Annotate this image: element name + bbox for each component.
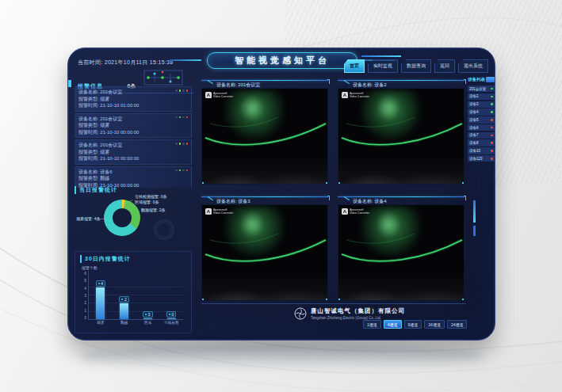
corner-marker-decoration [338, 182, 340, 185]
device-list-item[interactable]: 设备10 [468, 147, 495, 154]
channel-button[interactable]: 16通道 [424, 320, 445, 329]
page-title: 智能视觉感知平台 [207, 52, 357, 69]
device-status-dot [491, 103, 493, 105]
alarm-status-dots [175, 143, 188, 145]
video-bottom-shade [202, 205, 327, 300]
device-name: 设备5 [469, 118, 479, 122]
video-feed[interactable]: A Apowersoft Video Converter [338, 88, 465, 185]
video-header: 设备名称: 设备3 [201, 193, 330, 204]
header-line-left-decoration [170, 59, 201, 61]
x-tick-label: 翻越 [120, 321, 128, 325]
channel-button[interactable]: 24通道 [447, 320, 468, 329]
alarm-time: 报警时间: 21-10-10 01:00:00 [78, 102, 188, 109]
video-feed[interactable]: A Apowersoft Video Converter [338, 204, 465, 301]
channel-button[interactable]: 9通道 [404, 320, 422, 329]
bar [120, 303, 128, 319]
nav-button[interactable]: 实时监视 [368, 59, 398, 73]
device-name: 设备2 [469, 94, 479, 98]
video-watermark: A Apowersoft Video Converter [205, 92, 233, 98]
alarm-device-name: 设备名称: 201会议室 [78, 116, 188, 123]
circuit-decoration [143, 70, 183, 86]
bar-value-tag: 4 [96, 280, 105, 287]
alarm-type: 报警类型: 烟雾 [78, 96, 188, 103]
watermark-line2: Video Converter [213, 95, 233, 98]
device-list-item[interactable]: 设备2 [468, 93, 495, 100]
device-list-toggle-tab[interactable] [486, 77, 495, 82]
corner-marker-decoration [326, 299, 328, 301]
nav-buttons: 首页 实时监视 数据查询 返回 退出系统 [344, 59, 488, 73]
channel-button[interactable]: 1通道 [363, 320, 381, 329]
device-name: 设备4 [469, 110, 479, 114]
channel-buttons: 1通道 4通道 9通道 16通道 24通道 [363, 320, 467, 329]
video-header-endcap-decoration [327, 196, 330, 200]
video-channel-panel[interactable]: 设备名称: 设备2 A [338, 77, 466, 187]
video-header-endcap-decoration [464, 196, 466, 200]
corner-marker-decoration [326, 182, 328, 185]
device-list-item[interactable]: 设备3 [468, 101, 495, 108]
device-list-header: 设备列表 [468, 77, 495, 82]
device-list-item[interactable]: 设备123 [468, 155, 495, 162]
video-header: 设备名称: 设备4 [338, 193, 466, 204]
video-watermark: A Apowersoft Video Converter [205, 208, 233, 215]
alarm-list-item[interactable]: 设备名称: 201会议室 报警类型: 烟雾 报警时间: 21-10-10 00:… [75, 139, 192, 165]
device-list-item[interactable]: 设备5 [468, 116, 495, 123]
device-list-item[interactable]: 设备7 [468, 132, 495, 139]
nav-button[interactable]: 首页 [344, 59, 365, 73]
panel-reflection-decoration [79, 343, 484, 370]
alarm-list: 设备名称: 201会议室 报警类型: 烟雾 报警时间: 21-10-10 01:… [75, 86, 192, 188]
video-channel-panel[interactable]: 设备名称: 设备3 A [201, 193, 330, 303]
alarm-status-dots [175, 169, 188, 172]
video-channel-panel[interactable]: 设备名称: 201会议室 A [201, 77, 330, 187]
y-tick-label: 6 [80, 271, 86, 276]
device-list-item[interactable]: 设备6 [468, 124, 495, 131]
alarm-type: 报警类型: 烟雾 [78, 149, 188, 156]
alarm-list-item[interactable]: 设备名称: 设备6 报警类型: 翻越 报警时间: 21-10-10 00:00:… [75, 166, 192, 188]
corner-marker-decoration [338, 299, 340, 301]
video-watermark: A Apowersoft Video Converter [342, 92, 369, 98]
current-time: 当前时间: 2021年10月11日 15:15:38 [78, 59, 174, 67]
corner-marker-decoration [201, 299, 204, 301]
monthly-stats-section: 30日内报警统计 报警个数 6543210 4烟雾2翻越0区域0引线检测 [75, 251, 192, 333]
device-list-item[interactable]: 设备4 [468, 108, 495, 115]
footer-divider [201, 303, 466, 304]
video-feed[interactable]: A Apowersoft Video Converter [201, 204, 328, 301]
video-channel-panel[interactable]: 设备名称: 设备4 A [338, 193, 466, 303]
watermark-text: Apowersoft Video Converter [213, 92, 233, 98]
device-name: 设备3 [469, 102, 479, 106]
video-watermark: A Apowersoft Video Converter [342, 208, 369, 215]
nav-button[interactable]: 数据查询 [401, 59, 431, 73]
nav-button[interactable]: 退出系统 [458, 59, 488, 73]
alarm-section-tick-decoration [68, 80, 71, 87]
device-list-item[interactable]: 设备8 [468, 139, 495, 146]
device-name: 设备8 [469, 141, 479, 145]
y-tick-label: 1 [80, 308, 86, 313]
channel-button[interactable]: 4通道 [384, 320, 402, 329]
video-header: 设备名称: 设备2 [338, 77, 466, 88]
device-list-item[interactable]: 201会议室 [468, 86, 495, 92]
y-tick-label: 2 [80, 300, 86, 305]
watermark-text: Apowersoft Video Converter [350, 92, 369, 98]
y-tick-label: 5 [80, 278, 86, 283]
dashboard-panel: 当前时间: 2021年10月11日 15:15:38 智能视觉感知平台 首页 实… [67, 48, 495, 341]
bar-chart: 6543210 4烟雾2翻越0区域0引线检测 [80, 271, 186, 320]
alarm-list-item[interactable]: 设备名称: 201会议室 报警类型: 烟雾 报警时间: 21-10-10 01:… [75, 86, 192, 112]
watermark-text: Apowersoft Video Converter [350, 208, 369, 215]
bar-area: 4烟雾2翻越0区域0引线检测 [88, 271, 183, 320]
video-header-line-decoration [338, 80, 465, 81]
alarm-list-item[interactable]: 设备名称: 201会议室 报警类型: 烟雾 报警时间: 21-10-10 00:… [75, 113, 192, 139]
y-tick-label: 0 [80, 315, 86, 320]
y-tick-label: 3 [80, 293, 86, 298]
bar-yaxis: 6543210 [80, 271, 88, 320]
pie-label-area: 区域报警: 0条 [135, 200, 159, 204]
company-name-cn: 唐山智诚电气（集团）有限公司 [311, 307, 405, 315]
page-title-text: 智能视觉感知平台 [235, 55, 330, 67]
video-header: 设备名称: 201会议室 [201, 77, 330, 88]
watermark-line2: Video Converter [213, 211, 233, 215]
device-status-dot [491, 150, 493, 152]
device-name: 设备7 [469, 133, 479, 137]
alarm-type: 报警类型: 烟雾 [78, 122, 188, 129]
bar [96, 287, 105, 319]
video-feed[interactable]: A Apowersoft Video Converter [201, 88, 328, 185]
nav-button[interactable]: 返回 [434, 59, 455, 73]
watermark-app-icon: A [342, 92, 348, 98]
